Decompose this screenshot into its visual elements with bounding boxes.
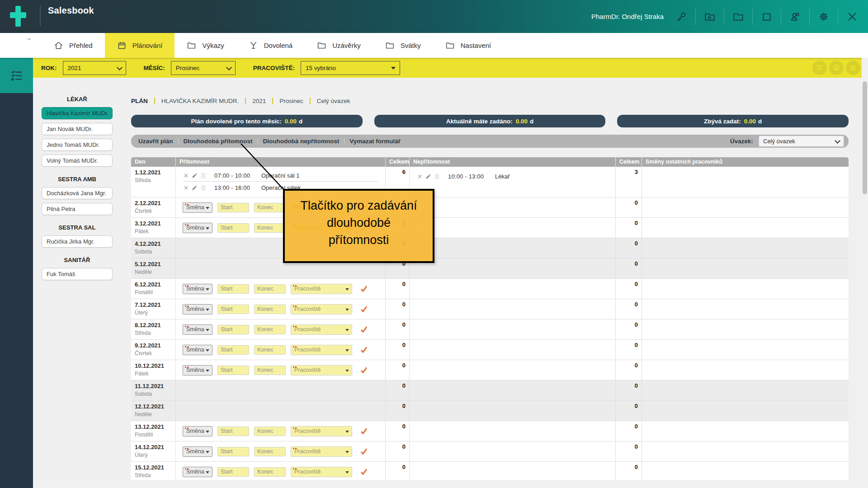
end-input[interactable] [254, 284, 286, 294]
confirm-check-button[interactable] [360, 427, 368, 435]
year-select[interactable]: 2021 [63, 61, 126, 75]
confirm-check-button[interactable] [360, 468, 368, 476]
tab-vykazy[interactable]: Výkazy [175, 33, 236, 58]
end-input[interactable] [254, 447, 286, 456]
absence-cell [410, 360, 616, 380]
toolbar-action[interactable]: Dlouhodobá přítomnost [184, 138, 253, 145]
end-input[interactable] [254, 345, 286, 355]
person-item[interactable]: Ručička Jirka Mgr. [42, 235, 113, 248]
month-select[interactable]: Prosinec [171, 61, 236, 75]
confirm-check-button[interactable] [360, 447, 368, 455]
start-input[interactable] [217, 366, 249, 375]
key-icon[interactable] [674, 9, 689, 24]
others-shifts-cell [642, 380, 849, 400]
shift-select[interactable]: Směna [183, 345, 212, 355]
start-input[interactable] [217, 223, 249, 233]
shift-select[interactable]: Směna [183, 304, 212, 314]
day-label: Středa [135, 177, 173, 183]
toolbar-action[interactable]: Uzavřít plán [138, 138, 173, 145]
person-item[interactable]: Docházková Jana Mgr. [42, 187, 113, 199]
close-icon[interactable] [844, 9, 860, 24]
settings-icon[interactable] [816, 9, 831, 24]
tab-svatky[interactable]: Svátky [373, 33, 433, 58]
shift-select[interactable]: Směna [183, 202, 212, 213]
confirm-check-button[interactable] [360, 305, 368, 313]
shift-select[interactable]: Směna [183, 365, 212, 375]
edit-icon[interactable] [192, 173, 198, 178]
start-input[interactable] [217, 284, 249, 294]
edit-icon[interactable] [192, 185, 198, 191]
shift-select[interactable]: Směna [183, 284, 212, 294]
end-input[interactable] [254, 203, 286, 212]
note-icon[interactable] [434, 174, 440, 179]
delete-icon[interactable] [183, 173, 189, 178]
end-input[interactable] [254, 223, 286, 233]
delete-icon[interactable] [417, 174, 423, 179]
toolbar-action[interactable]: Dlouhodobá nepřítomnost [263, 138, 340, 145]
end-input[interactable] [254, 366, 286, 375]
vertical-scrollbar-thumb[interactable] [863, 81, 867, 194]
start-input[interactable] [217, 467, 249, 477]
tab-planovani[interactable]: Plánování [105, 33, 175, 58]
folder-icon[interactable] [731, 9, 746, 24]
tab-uzaverky[interactable]: Uzávěrky [305, 33, 373, 58]
workplace-select[interactable]: Pracoviště [291, 426, 352, 436]
end-input[interactable] [254, 467, 286, 477]
start-input[interactable] [217, 427, 249, 436]
person-item[interactable]: Jedno Tomáš MUDr. [42, 139, 113, 151]
workplace-select[interactable]: Pracoviště [291, 446, 352, 457]
edit-icon[interactable] [425, 174, 431, 179]
end-input[interactable] [254, 427, 286, 436]
user-search-icon[interactable] [788, 9, 803, 24]
tab-dovolena[interactable]: Dovolená [236, 33, 305, 58]
person-item[interactable]: Fuk Tomáš [42, 268, 113, 280]
person-item[interactable]: Pilná Petra [42, 203, 113, 215]
start-input[interactable] [217, 325, 249, 334]
column-header: Celkem [386, 157, 410, 167]
back-arrow[interactable]: → [25, 34, 32, 42]
workplace-select[interactable]: Pracoviště [291, 304, 352, 314]
filter-icon-button[interactable] [812, 61, 827, 75]
menu-icon-button[interactable] [846, 61, 860, 75]
print-icon-button[interactable] [829, 61, 844, 75]
uvazek-select[interactable]: Celý úvazek [759, 136, 844, 147]
confirm-check-button[interactable] [360, 325, 368, 333]
person-item[interactable]: Jan Novák MUDr. [42, 123, 113, 135]
sidebar-toggle-button[interactable] [0, 58, 33, 93]
shift-select[interactable]: Směna [183, 223, 212, 233]
confirm-check-button[interactable] [360, 346, 368, 354]
shift-select[interactable]: Směna [183, 426, 212, 436]
workplace-select[interactable]: Pracoviště [291, 324, 352, 335]
workplace-select[interactable]: Pracoviště [291, 284, 352, 294]
folder-icon [317, 41, 326, 50]
tab-prehled[interactable]: Přehled [42, 33, 105, 58]
shift-select[interactable]: Směna [183, 446, 212, 457]
folder-new-icon[interactable]: N [702, 9, 717, 24]
window-icon[interactable] [759, 9, 774, 24]
note-icon[interactable] [200, 185, 206, 191]
note-icon[interactable] [200, 173, 206, 178]
person-item[interactable]: Hlavička Kazimír MUDr. [42, 107, 113, 119]
required-marker [185, 224, 186, 225]
confirm-check-button[interactable] [360, 366, 368, 374]
tab-nastaveni[interactable]: Nastavení [433, 33, 504, 58]
start-input[interactable] [217, 345, 249, 355]
workplace-select[interactable]: Pracoviště [291, 345, 352, 355]
day-label: Neděle [135, 269, 173, 275]
confirm-check-button[interactable] [360, 285, 368, 293]
shift-select[interactable]: Směna [183, 324, 212, 335]
workplace-select[interactable]: Pracoviště [291, 365, 352, 375]
end-input[interactable] [254, 325, 286, 334]
date-label: 10.12.2021 [135, 362, 173, 369]
workplace-select[interactable]: Pracoviště [291, 467, 352, 477]
start-input[interactable] [217, 305, 249, 314]
workplace-filter-select[interactable]: 15 vybráno [301, 61, 400, 75]
shift-select[interactable]: Směna [183, 467, 212, 477]
person-item[interactable]: Volný Tomáš MUDr. [42, 155, 113, 167]
horizontal-scrollbar[interactable] [33, 480, 862, 488]
end-input[interactable] [254, 305, 286, 314]
start-input[interactable] [217, 203, 249, 212]
delete-icon[interactable] [183, 185, 189, 191]
start-input[interactable] [217, 447, 249, 456]
toolbar-action[interactable]: Vymazat formulář [349, 138, 401, 145]
